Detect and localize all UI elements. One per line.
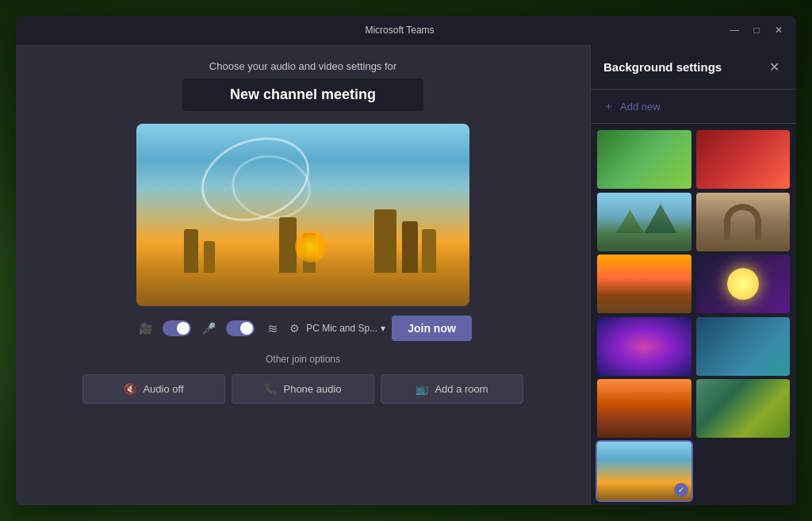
controls-bar: 🎥 🎤 ≋ ⚙ PC Mic and Sp... ▾ Join now bbox=[134, 316, 472, 341]
bg-thumb-cartoon[interactable] bbox=[696, 379, 791, 438]
plus-icon: ＋ bbox=[603, 99, 614, 113]
main-window: Microsoft Teams — □ ✕ Choose your audio … bbox=[16, 16, 796, 505]
bg-close-button[interactable]: ✕ bbox=[764, 57, 783, 76]
bg-thumb-swirl[interactable]: ✓ bbox=[597, 442, 691, 500]
audio-off-icon: 🔇 bbox=[124, 383, 136, 395]
join-options: 🔇 Audio off 📞 Phone audio 📺 Add a room bbox=[32, 374, 574, 404]
bg-thumb-arch[interactable] bbox=[696, 193, 791, 251]
background-grid: ✓ bbox=[591, 124, 796, 505]
bg-thumb-green[interactable] bbox=[597, 130, 691, 189]
room-icon: 📺 bbox=[416, 383, 428, 395]
bg-thumb-space[interactable] bbox=[696, 255, 791, 313]
meeting-title-box: New channel meeting bbox=[182, 79, 423, 111]
bg-thumb-red[interactable] bbox=[696, 130, 791, 189]
join-now-button[interactable]: Join now bbox=[392, 316, 472, 341]
chevron-down-icon: ▾ bbox=[381, 323, 385, 334]
add-room-button[interactable]: 📺 Add a room bbox=[381, 374, 523, 404]
audio-off-label: Audio off bbox=[143, 383, 183, 395]
bg-thumb-village[interactable] bbox=[597, 255, 691, 313]
video-preview bbox=[136, 124, 469, 306]
title-bar: Microsoft Teams — □ ✕ bbox=[16, 16, 796, 44]
phone-audio-button[interactable]: 📞 Phone audio bbox=[232, 374, 374, 404]
minimize-button[interactable]: — bbox=[726, 22, 742, 38]
content-area: Choose your audio and video settings for… bbox=[16, 44, 796, 505]
other-join-label: Other join options bbox=[266, 354, 340, 365]
device-label: PC Mic and Sp... bbox=[306, 323, 377, 334]
add-room-label: Add a room bbox=[435, 383, 488, 395]
selected-checkmark: ✓ bbox=[674, 483, 688, 497]
main-panel: Choose your audio and video settings for… bbox=[16, 44, 590, 505]
bg-settings-panel: Background settings ✕ ＋ Add new bbox=[590, 44, 796, 505]
phone-icon: 📞 bbox=[264, 383, 277, 395]
bg-thumb-nebula[interactable] bbox=[597, 317, 691, 376]
audio-off-button[interactable]: 🔇 Audio off bbox=[82, 374, 225, 404]
add-new-label: Add new bbox=[620, 101, 661, 113]
audio-settings-icon[interactable]: ⚙ bbox=[289, 322, 300, 335]
device-selector[interactable]: PC Mic and Sp... ▾ bbox=[306, 323, 385, 334]
mic-toggle[interactable] bbox=[226, 320, 255, 336]
bg-panel-header: Background settings ✕ bbox=[591, 44, 796, 90]
add-new-background-button[interactable]: ＋ Add new bbox=[591, 90, 796, 124]
bg-settings-title: Background settings bbox=[603, 60, 722, 74]
noise-cancellation-icon[interactable]: ≋ bbox=[261, 317, 283, 339]
window-title: Microsoft Teams bbox=[73, 25, 726, 36]
video-icon[interactable]: 🎥 bbox=[134, 317, 156, 339]
bg-thumb-mountain[interactable] bbox=[597, 193, 691, 251]
meeting-title: New channel meeting bbox=[230, 86, 376, 102]
close-button[interactable]: ✕ bbox=[771, 22, 787, 38]
mic-icon[interactable]: 🎤 bbox=[197, 317, 220, 339]
window-controls: — □ ✕ bbox=[726, 22, 787, 38]
meeting-subtitle: Choose your audio and video settings for bbox=[209, 60, 396, 72]
video-toggle[interactable] bbox=[163, 320, 191, 336]
bg-thumb-forest[interactable] bbox=[696, 317, 791, 376]
bg-thumb-street[interactable] bbox=[597, 379, 691, 438]
maximize-button[interactable]: □ bbox=[749, 22, 764, 38]
phone-audio-label: Phone audio bbox=[283, 383, 341, 395]
